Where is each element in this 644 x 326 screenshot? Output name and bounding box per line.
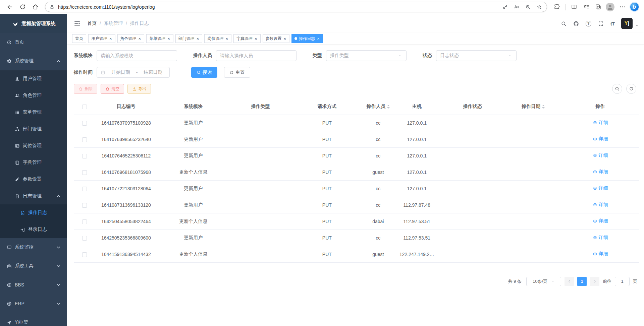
address-bar[interactable]: https://ccnetcore.com:1101/system/log/op… (45, 2, 547, 12)
tab-参数设置[interactable]: 参数设置× (263, 34, 290, 43)
clear-button[interactable]: 清空 (101, 84, 124, 94)
avatar-caret-down-icon[interactable] (635, 24, 639, 29)
browser-refresh-button[interactable] (17, 1, 28, 13)
browser-back-button[interactable] (4, 1, 15, 13)
user-avatar[interactable]: Yj (621, 18, 633, 29)
tab-首页[interactable]: 首页 (72, 34, 86, 43)
sidebar-item-系统管理[interactable]: 系统管理 (0, 52, 67, 70)
sidebar-item-系统监控[interactable]: 系统监控 (0, 238, 67, 257)
delete-button[interactable]: 删除 (74, 84, 97, 94)
row-checkbox[interactable] (82, 252, 87, 257)
sidebar-item-BBS[interactable]: BBS (0, 275, 67, 294)
breadcrumb-item-首页[interactable]: 首页 (87, 20, 97, 26)
sidebar-item-用户管理[interactable]: 用户管理 (0, 70, 67, 87)
row-checkbox[interactable] (82, 170, 87, 175)
sidebar-item-系统工具[interactable]: 系统工具 (0, 257, 67, 275)
sidebar-item-部门管理[interactable]: 部门管理 (0, 121, 67, 137)
tab-角色管理[interactable]: 角色管理× (117, 34, 145, 43)
page-1-button[interactable]: 1 (577, 277, 587, 286)
zoom-out-icon[interactable] (523, 2, 533, 12)
copilot-button[interactable]: b (629, 1, 640, 13)
extensions-button[interactable] (551, 1, 562, 13)
detail-link[interactable]: 详细 (593, 120, 608, 126)
close-tab-icon[interactable]: × (109, 37, 112, 41)
toggle-search-button[interactable] (612, 84, 622, 94)
reset-button[interactable]: 重置 (224, 67, 250, 78)
column-header-操作日期[interactable]: 操作日期 (505, 99, 562, 115)
type-select[interactable]: 操作类型 (326, 50, 407, 61)
sidebar-item-日志管理[interactable]: 日志管理 (0, 188, 67, 204)
detail-link[interactable]: 详细 (593, 185, 608, 191)
export-button[interactable]: 导出 (127, 84, 151, 94)
app-logo[interactable]: 意框架管理系统 (0, 14, 67, 33)
detail-link[interactable]: 详细 (593, 218, 608, 224)
sidebar-item-ERP[interactable]: ERP (0, 294, 67, 313)
sort-caret-icon[interactable] (542, 105, 545, 109)
add-favorite-icon[interactable] (535, 2, 544, 12)
tab-操作日志[interactable]: 操作日志× (291, 34, 323, 43)
browser-more-button[interactable] (616, 1, 628, 13)
prev-page-button[interactable] (565, 277, 574, 286)
row-checkbox[interactable] (82, 187, 87, 191)
column-header-操作人员[interactable]: 操作人员 (363, 99, 394, 115)
sidebar-item-操作日志[interactable]: 操作日志 (0, 204, 67, 221)
row-checkbox[interactable] (82, 154, 87, 158)
sort-caret-icon[interactable] (387, 105, 390, 109)
tab-用户管理[interactable]: 用户管理× (88, 34, 115, 43)
operator-input[interactable] (220, 53, 292, 58)
split-screen-button[interactable] (568, 1, 580, 13)
sidebar-item-字典管理[interactable]: 字典管理 (0, 154, 67, 171)
module-input[interactable] (101, 53, 173, 58)
close-tab-icon[interactable]: × (283, 37, 287, 41)
header-search-icon[interactable] (561, 21, 567, 26)
sidebar-item-角色管理[interactable]: 角色管理 (0, 87, 67, 104)
sidebar-item-Yi框架[interactable]: Yi框架 (0, 313, 67, 326)
detail-link[interactable]: 详细 (593, 202, 608, 208)
row-checkbox[interactable] (82, 137, 87, 142)
browser-profile-button[interactable] (604, 1, 616, 13)
tab-岗位管理[interactable]: 岗位管理× (204, 34, 231, 43)
select-all-checkbox[interactable] (82, 105, 87, 109)
row-checkbox[interactable] (82, 236, 87, 241)
sidebar-item-菜单管理[interactable]: 菜单管理 (0, 104, 67, 121)
detail-link[interactable]: 详细 (593, 235, 608, 241)
sidebar-item-首页[interactable]: 首页 (0, 33, 67, 52)
refresh-table-button[interactable] (626, 84, 636, 94)
github-icon[interactable] (573, 21, 579, 26)
tab-部门管理[interactable]: 部门管理× (175, 34, 203, 43)
password-key-icon[interactable] (500, 2, 510, 12)
sidebar-item-登录日志[interactable]: 登录日志 (0, 221, 67, 238)
close-tab-icon[interactable]: × (138, 37, 142, 41)
next-page-button[interactable] (590, 277, 599, 286)
close-tab-icon[interactable]: × (254, 37, 258, 41)
status-select[interactable]: 日志状态 (436, 50, 517, 61)
detail-link[interactable]: 详细 (593, 251, 608, 257)
cell-status (440, 147, 505, 164)
browser-home-button[interactable] (30, 1, 41, 13)
detail-link[interactable]: 详细 (593, 169, 608, 175)
help-icon[interactable]: ? (586, 21, 591, 26)
page-size-select[interactable]: 10条/页 (526, 277, 561, 286)
detail-link[interactable]: 详细 (593, 152, 608, 158)
fullscreen-icon[interactable] (598, 21, 604, 26)
close-tab-icon[interactable]: × (167, 37, 170, 41)
close-tab-icon[interactable]: × (317, 37, 320, 41)
sidebar-item-岗位管理[interactable]: 岗位管理 (0, 137, 67, 154)
font-size-icon[interactable]: tT (610, 21, 614, 26)
tab-菜单管理[interactable]: 菜单管理× (146, 34, 173, 43)
date-range-picker[interactable]: 开始日期 - 结束日期 (97, 67, 170, 78)
sidebar-item-参数设置[interactable]: 参数设置 (0, 171, 67, 188)
collections-button[interactable] (592, 1, 604, 13)
tab-字典管理[interactable]: 字典管理× (233, 34, 261, 43)
row-checkbox[interactable] (82, 219, 87, 224)
detail-link[interactable]: 详细 (593, 136, 608, 142)
row-checkbox[interactable] (82, 121, 87, 126)
row-checkbox[interactable] (82, 203, 87, 208)
read-aloud-icon[interactable] (512, 2, 521, 12)
goto-page-input[interactable] (615, 277, 630, 286)
favorites-bar-button[interactable] (580, 1, 592, 13)
close-tab-icon[interactable]: × (196, 37, 200, 41)
sidebar-fold-icon[interactable] (72, 20, 82, 27)
close-tab-icon[interactable]: × (225, 37, 228, 41)
search-button[interactable]: 搜索 (191, 67, 217, 78)
